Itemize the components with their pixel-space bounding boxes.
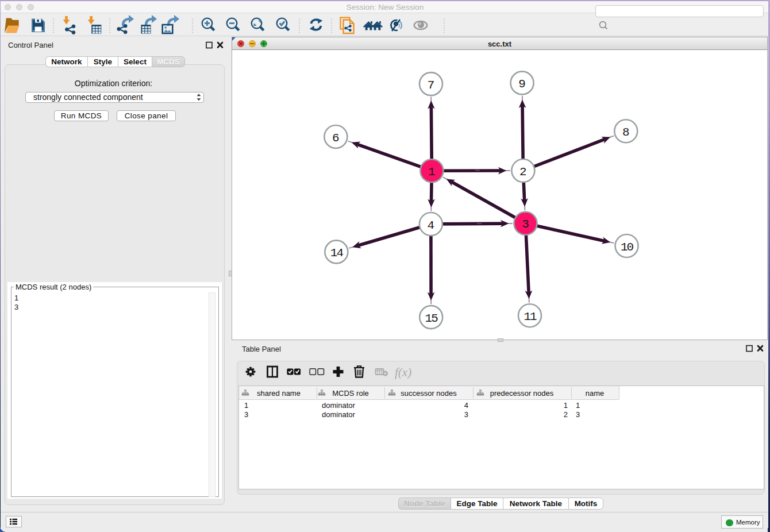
svg-text:1: 1 — [428, 165, 436, 179]
svg-text:3: 3 — [464, 410, 468, 419]
svg-text:dominator: dominator — [322, 401, 355, 410]
svg-text:3: 3 — [522, 218, 529, 231]
svg-text:4: 4 — [428, 219, 435, 232]
svg-text:3: 3 — [244, 410, 248, 419]
svg-text:shared name: shared name — [257, 389, 301, 398]
svg-text:10: 10 — [621, 241, 634, 254]
svg-text:14: 14 — [330, 246, 344, 260]
svg-text:2: 2 — [519, 165, 527, 179]
svg-text:8: 8 — [622, 126, 630, 139]
svg-text:7: 7 — [428, 79, 435, 92]
svg-text:9: 9 — [518, 78, 526, 91]
svg-text:1: 1 — [576, 401, 580, 410]
svg-text:1: 1 — [244, 401, 248, 410]
svg-text:name: name — [586, 389, 605, 398]
svg-text:predecessor nodes: predecessor nodes — [490, 389, 554, 398]
svg-text:dominator: dominator — [322, 410, 355, 419]
svg-text:6: 6 — [332, 132, 340, 145]
svg-text:2: 2 — [564, 410, 568, 419]
svg-text:3: 3 — [576, 410, 580, 419]
svg-text:4: 4 — [464, 401, 468, 410]
svg-text:11: 11 — [523, 310, 537, 323]
svg-text:f(x): f(x) — [395, 365, 411, 379]
svg-text:successor nodes: successor nodes — [401, 389, 457, 398]
svg-text:15: 15 — [425, 312, 438, 325]
svg-text:1: 1 — [564, 401, 568, 410]
svg-text:MCDS role: MCDS role — [332, 389, 369, 398]
